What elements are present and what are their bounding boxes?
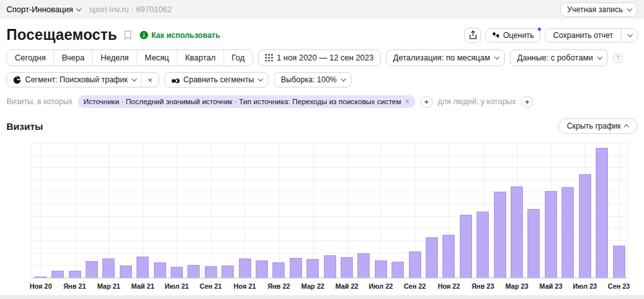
account-button[interactable]: Учетная запись xyxy=(560,3,638,17)
chart-bar[interactable] xyxy=(137,257,149,278)
x-tick-label: Май 22 xyxy=(336,282,359,290)
chart-bar[interactable] xyxy=(562,187,574,278)
x-tick-label: Сен 21 xyxy=(200,282,222,290)
x-tick-label: Ноя 20 xyxy=(30,282,52,290)
data-robots-label: Данные: с роботами xyxy=(517,53,593,62)
chart-column-окт-21 xyxy=(219,143,236,278)
share-icon xyxy=(469,30,477,40)
chart-bar[interactable] xyxy=(494,192,506,278)
date-range-label: 1 ноя 2020 — 12 сен 2023 xyxy=(277,53,374,62)
how-to-use-link[interactable]: i Как использовать xyxy=(140,31,220,40)
rate-button[interactable]: Оценить xyxy=(486,28,540,42)
chart-bar[interactable] xyxy=(442,235,455,278)
counter-selector[interactable]: Спорт-Инновация xyxy=(6,5,80,14)
chart-column-мар-22: Мар 22 xyxy=(305,143,321,278)
chart-column-апр-21 xyxy=(117,143,134,278)
chart-column-сен-23: Сен 23 xyxy=(611,143,627,278)
sampling-label: Выборка: 100% xyxy=(281,75,336,84)
chart-column-июл-22: Июл 22 xyxy=(372,143,389,278)
chart-bar[interactable] xyxy=(426,237,438,278)
period-preset-5[interactable]: Год xyxy=(223,50,252,66)
period-preset-group: СегодняВчераНеделяМесяцКварталГод xyxy=(6,50,253,66)
counter-site: sport-inv.ru xyxy=(89,5,129,14)
chart-column-янв-21: Янв 21 xyxy=(66,143,83,278)
chart-bar[interactable] xyxy=(341,257,353,278)
save-report-menu-button[interactable] xyxy=(621,29,637,42)
filter-chip-remove-icon[interactable]: × xyxy=(405,97,410,106)
chart-bar[interactable] xyxy=(69,271,81,278)
x-tick-label: Май 23 xyxy=(540,282,563,290)
chart-title: Визиты xyxy=(6,121,43,132)
filter-chip[interactable]: Источники · Последний значимый источник … xyxy=(78,95,415,108)
period-preset-0[interactable]: Сегодня xyxy=(7,50,53,66)
compare-segments-dropdown[interactable]: Сравнить сегменты xyxy=(164,72,269,87)
segment-clear-button[interactable]: × xyxy=(141,73,158,87)
chart-bar[interactable] xyxy=(52,271,64,278)
chart-bar[interactable] xyxy=(596,148,608,278)
chart-bar[interactable] xyxy=(324,255,336,278)
chart-column-мар-21: Мар 21 xyxy=(100,143,117,278)
chart-bar[interactable] xyxy=(256,260,268,278)
data-robots-dropdown[interactable]: Данные: с роботами xyxy=(510,50,608,66)
chart-column-ноя-22: Ноя 22 xyxy=(440,143,457,278)
detail-dropdown[interactable]: Детализация: по месяцам xyxy=(386,50,505,66)
save-report-button[interactable]: Сохранить отчет xyxy=(545,29,621,42)
chart-plot-area: Ноя 20Янв 21Мар 21Май 21Июл 21Сен 21Ноя … xyxy=(32,143,628,278)
chart-bar[interactable] xyxy=(120,266,132,278)
chart-column-июн-23 xyxy=(560,143,576,278)
chart-column-май-22: Май 22 xyxy=(338,143,355,278)
chart-bar[interactable] xyxy=(187,265,200,278)
counter-name-label: Спорт-Инновация xyxy=(6,5,73,14)
chart-bar[interactable] xyxy=(527,209,540,278)
bookmark-icon[interactable] xyxy=(124,30,132,41)
chart-column-фев-23 xyxy=(491,143,508,278)
filter-chip-label: Источники · Последний значимый источник … xyxy=(84,98,401,105)
chevron-down-icon xyxy=(627,6,632,11)
chart-bar[interactable] xyxy=(357,253,370,278)
rate-icon xyxy=(492,32,500,39)
period-preset-3[interactable]: Месяц xyxy=(137,50,177,66)
chart-bar[interactable] xyxy=(307,259,319,278)
chart-bar[interactable] xyxy=(613,246,625,278)
detail-label: Детализация: по месяцам xyxy=(393,53,490,62)
chart-bar[interactable] xyxy=(545,191,557,278)
add-visit-filter-button[interactable]: + xyxy=(421,96,433,108)
chevron-up-icon xyxy=(623,124,629,129)
x-tick-label: Янв 23 xyxy=(471,282,494,290)
chart-bar[interactable] xyxy=(171,267,183,278)
chart-bar[interactable] xyxy=(35,276,47,278)
chart-bar[interactable] xyxy=(239,258,251,278)
help-icon[interactable]: ? xyxy=(613,53,623,63)
x-tick-label: Июл 22 xyxy=(369,282,393,290)
chart-column-авг-21 xyxy=(185,143,202,278)
x-tick-label: Июл 23 xyxy=(573,282,597,290)
period-preset-4[interactable]: Квартал xyxy=(177,50,223,66)
chevron-down-icon xyxy=(258,76,263,81)
chart-bar[interactable] xyxy=(477,212,489,278)
hide-chart-button[interactable]: Скрыть график xyxy=(558,118,638,134)
period-preset-2[interactable]: Неделя xyxy=(92,50,137,66)
chart-bar[interactable] xyxy=(102,258,115,278)
chart-bar[interactable] xyxy=(86,261,98,278)
section-divider xyxy=(0,295,644,299)
chart-bar[interactable] xyxy=(375,260,387,278)
chart-bar[interactable] xyxy=(409,251,421,278)
x-tick-label: Янв 22 xyxy=(267,282,290,290)
chart-bar[interactable] xyxy=(290,258,302,278)
chart-bar[interactable] xyxy=(392,262,404,278)
chart-bar[interactable] xyxy=(272,262,285,278)
segment-dropdown[interactable]: Сегмент: Поисковый трафик xyxy=(7,73,141,87)
period-preset-1[interactable]: Вчера xyxy=(53,50,92,66)
chart-column-дек-20 xyxy=(49,143,66,278)
chart-bar[interactable] xyxy=(511,186,523,278)
sampling-dropdown[interactable]: Выборка: 100% xyxy=(274,72,351,87)
chart-column-ноя-20: Ноя 20 xyxy=(32,143,49,278)
chart-bar[interactable] xyxy=(460,215,472,278)
share-button[interactable] xyxy=(464,28,481,43)
add-people-filter-button[interactable]: + xyxy=(521,96,533,108)
chart-bar[interactable] xyxy=(205,266,217,278)
chart-bar[interactable] xyxy=(579,174,591,278)
chart-bar[interactable] xyxy=(222,266,234,278)
chart-bar[interactable] xyxy=(154,262,166,278)
date-range-button[interactable]: 1 ноя 2020 — 12 сен 2023 xyxy=(258,50,381,66)
